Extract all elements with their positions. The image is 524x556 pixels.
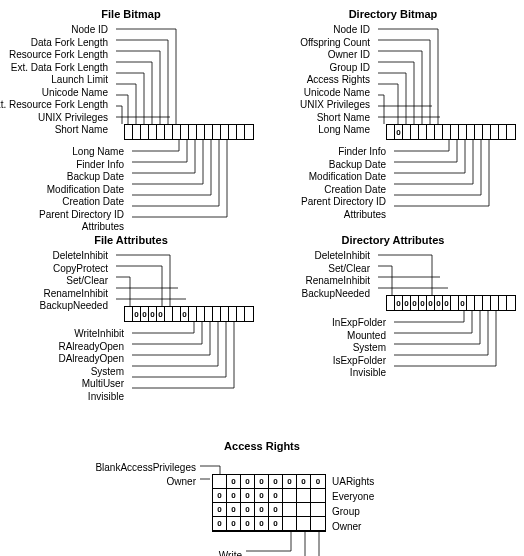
ar-cell: 0 xyxy=(241,517,255,531)
label: Invisible xyxy=(88,391,124,402)
bit-cell xyxy=(173,307,181,321)
bit-cell xyxy=(181,125,189,139)
bit-cell xyxy=(221,125,229,139)
label: CopyProtect xyxy=(53,263,108,274)
bit-cell: 0 xyxy=(133,307,141,321)
label: Short Name xyxy=(55,124,108,135)
ar-cell xyxy=(297,489,311,503)
file-attributes-title: File Attributes xyxy=(8,234,254,246)
directory-bitmap-bottom-labels: Finder Info Backup Date Modification Dat… xyxy=(301,146,386,220)
bit-cell xyxy=(387,296,395,310)
file-attributes-bottom-labels: WriteInhibit RAlreadyOpen DAlreadyOpen S… xyxy=(58,328,124,402)
label: Owner xyxy=(332,520,374,534)
bit-cell xyxy=(507,125,515,139)
label: WriteInhibit xyxy=(74,328,124,339)
bit-cell: 0 xyxy=(419,296,427,310)
label: Group xyxy=(332,505,374,519)
file-attributes-section: File Attributes DeleteInhibit CopyProtec… xyxy=(8,234,254,430)
row-attributes: File Attributes DeleteInhibit CopyProtec… xyxy=(8,234,516,430)
label: Offspring Count xyxy=(300,37,370,48)
bit-cell xyxy=(245,125,253,139)
bit-cell xyxy=(403,125,411,139)
ar-cell: 0 xyxy=(241,503,255,517)
ar-cell xyxy=(311,489,325,503)
ar-cell: 0 xyxy=(241,489,255,503)
label: Finder Info xyxy=(338,146,386,157)
label: DeleteInhibit xyxy=(52,250,108,261)
label: Invisible xyxy=(350,367,386,378)
directory-bitmap-section: Directory Bitmap Node ID Offspring Count… xyxy=(270,8,516,234)
bit-cell: 0 xyxy=(157,307,165,321)
label: Long Name xyxy=(318,124,370,135)
ar-cell: 0 xyxy=(269,517,283,531)
label: Modification Date xyxy=(309,171,386,182)
directory-attributes-top-labels: DeleteInhibit Set/Clear RenameInhibit Ba… xyxy=(302,250,370,299)
bit-cell xyxy=(245,307,253,321)
access-rights-left-labels: BlankAccessPrivileges Owner xyxy=(95,461,196,488)
bit-cell: 0 xyxy=(459,296,467,310)
ar-cell: 0 xyxy=(213,489,227,503)
bit-cell xyxy=(475,296,483,310)
bit-cell xyxy=(205,125,213,139)
ar-cell: 0 xyxy=(255,503,269,517)
ar-cell: 0 xyxy=(269,503,283,517)
bit-cell: 0 xyxy=(427,296,435,310)
label: RenameInhibit xyxy=(44,288,108,299)
label: UARights xyxy=(332,475,374,489)
ar-cell xyxy=(283,517,297,531)
ar-cell xyxy=(213,475,227,489)
bit-cell xyxy=(467,125,475,139)
directory-attributes-title: Directory Attributes xyxy=(270,234,516,246)
bit-cell xyxy=(467,296,475,310)
bit-cell xyxy=(189,307,197,321)
ar-cell: 0 xyxy=(227,503,241,517)
label: Mounted xyxy=(347,330,386,341)
label: Parent Directory ID xyxy=(301,196,386,207)
access-rights-grid: 0 0 0 0 0 0 0 0 0 0 0 0 0 0 0 0 0 xyxy=(212,474,326,532)
label: Parent Directory ID xyxy=(39,209,124,220)
label: Owner xyxy=(167,475,196,488)
label: Backup Date xyxy=(67,171,124,182)
bit-cell xyxy=(411,125,419,139)
file-attributes-bitbox: 0 0 0 0 0 xyxy=(124,306,254,322)
bit-cell xyxy=(213,307,221,321)
label: Creation Date xyxy=(62,196,124,207)
directory-bitmap-title: Directory Bitmap xyxy=(270,8,516,20)
bit-cell xyxy=(483,296,491,310)
directory-attributes-bitbox: 0 0 0 0 0 0 0 0 xyxy=(386,295,516,311)
bit-cell: 0 xyxy=(443,296,451,310)
label: BackupNeeded xyxy=(40,300,108,311)
label: DAlreadyOpen xyxy=(58,353,124,364)
bit-cell xyxy=(221,307,229,321)
bit-cell xyxy=(427,125,435,139)
directory-bitmap-bitbox: 0 xyxy=(386,124,516,140)
ar-cell: 0 xyxy=(255,489,269,503)
bit-cell xyxy=(213,125,221,139)
label: Unicode Name xyxy=(42,87,108,98)
access-rights-diagram: BlankAccessPrivileges Owner 0 0 0 0 0 0 … xyxy=(82,456,442,556)
bit-cell xyxy=(491,125,499,139)
bit-cell xyxy=(459,125,467,139)
access-rights-section: Access Rights BlankAccessPrivileges Owne… xyxy=(8,440,516,556)
label: BackupNeeded xyxy=(302,288,370,299)
label: UNIX Privileges xyxy=(38,112,108,123)
bit-cell xyxy=(229,307,237,321)
bit-cell xyxy=(141,125,149,139)
ar-cell: 0 xyxy=(297,475,311,489)
directory-attributes-bottom-labels: InExpFolder Mounted System IsExpFolder I… xyxy=(332,317,386,378)
bit-cell xyxy=(435,125,443,139)
bit-cell: 0 xyxy=(411,296,419,310)
file-attributes-diagram: DeleteInhibit CopyProtect Set/Clear Rena… xyxy=(8,250,254,430)
label: Launch Limit xyxy=(51,74,108,85)
ar-cell: 0 xyxy=(227,475,241,489)
label: InExpFolder xyxy=(332,317,386,328)
label: System xyxy=(91,366,124,377)
label: Ext. Data Fork Length xyxy=(11,62,108,73)
ar-cell: 0 xyxy=(213,503,227,517)
label: Resource Fork Length xyxy=(9,49,108,60)
bit-cell xyxy=(197,307,205,321)
file-bitmap-top-labels: Node ID Data Fork Length Resource Fork L… xyxy=(0,24,108,135)
bit-cell xyxy=(475,125,483,139)
directory-attributes-diagram: DeleteInhibit Set/Clear RenameInhibit Ba… xyxy=(270,250,516,430)
label: Owner ID xyxy=(328,49,370,60)
